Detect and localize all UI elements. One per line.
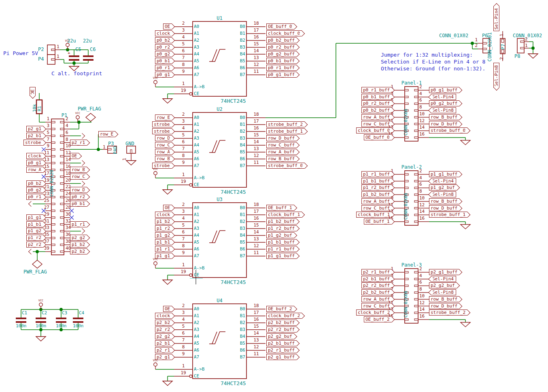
schematic-canvas: Pi Power 5V C alt. footprint Jumper for … [0,0,548,392]
ic-u2[interactable] [154,112,266,194]
connector-p1[interactable] [32,113,102,268]
ic-u1[interactable] [154,21,266,103]
ic-u4[interactable] [154,304,266,386]
connector-panel-2[interactable] [394,171,470,229]
connector-panel-1[interactable] [394,87,470,145]
graphics-layer [0,0,548,392]
e-line-wire[interactable] [266,43,472,118]
connector-panel-3[interactable] [394,269,470,327]
p3-gnd-pads[interactable] [102,146,136,165]
power-input-section[interactable] [47,43,93,71]
pullup-resistor-section[interactable] [36,93,45,122]
jumper-selection[interactable] [471,31,538,61]
decoupling-caps[interactable] [16,303,83,341]
ic-u3[interactable] [154,203,266,284]
